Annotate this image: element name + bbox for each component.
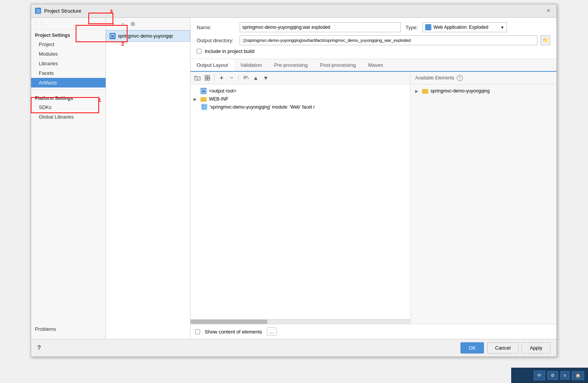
tabs-bar: Output Layout Validation Pre-processing … xyxy=(190,59,557,72)
dialog-footer: ? OK Cancel Apply xyxy=(31,339,557,357)
output-dir-input[interactable] xyxy=(240,35,537,45)
title-bar: ⬡ Project Structure × xyxy=(31,4,557,18)
remove-artifact-button[interactable]: − xyxy=(118,19,128,28)
available-expand-arrow[interactable]: ▶ xyxy=(415,89,420,93)
folder-browse-icon: 📁 xyxy=(543,38,548,43)
name-row: Name: Type: Web Application: Exploded xyxy=(197,22,550,32)
platform-settings-header: Platform Settings xyxy=(31,92,106,102)
left-panel: + − ▲ ▼ xyxy=(190,72,411,324)
dialog-title: Project Structure xyxy=(44,8,81,14)
available-item-springmvc[interactable]: ▶ springmvc-demo-yuyongqing xyxy=(411,87,557,95)
taskbar: 中 ⚙ ≡ 🏠 xyxy=(511,368,588,383)
project-structure-dialog: ⬡ Project Structure × ‹ › Project Settin… xyxy=(31,4,557,357)
svg-rect-7 xyxy=(208,76,210,78)
svg-rect-6 xyxy=(205,76,207,78)
webinf-expand-arrow[interactable]: ▶ xyxy=(194,97,198,101)
include-label: Include in project build xyxy=(205,48,254,54)
close-button[interactable]: × xyxy=(544,7,553,15)
panel-grid-btn[interactable] xyxy=(203,73,212,83)
panel-sort-btn[interactable] xyxy=(241,73,250,83)
output-dir-field-row: 📁 xyxy=(240,35,550,45)
sort-icon xyxy=(243,75,249,81)
output-dir-row: Output directory: 📁 xyxy=(197,35,550,45)
apply-button[interactable]: Apply xyxy=(522,342,550,353)
artifact-list: springmvc-demo-yuyongqc xyxy=(106,30,190,339)
back-arrow[interactable]: ‹ xyxy=(34,20,37,27)
nav-buttons: ‹ › xyxy=(31,18,106,30)
sidebar-item-facets[interactable]: Facets xyxy=(31,68,106,78)
dialog-body: ‹ › Project Settings Project Modules Lib… xyxy=(31,18,557,339)
taskbar-item-settings[interactable]: ⚙ xyxy=(547,371,558,380)
webinf-folder-icon xyxy=(200,97,207,102)
type-label: Type: xyxy=(406,25,418,30)
sidebar-item-global-libraries[interactable]: Global Libraries xyxy=(31,112,106,122)
type-dropdown[interactable]: Web Application: Exploded ▼ xyxy=(422,22,507,32)
svg-rect-2 xyxy=(427,27,429,28)
sidebar-item-artifacts[interactable]: Artifacts xyxy=(31,78,106,87)
include-row: Include in project build xyxy=(197,48,550,54)
available-elements-header: Available Elements ? xyxy=(411,72,557,84)
name-input[interactable] xyxy=(240,22,401,32)
scrollbar-thumb[interactable] xyxy=(190,320,267,324)
tree-item-module-facet[interactable]: 'springmvc-demo-yuyongqing' module: 'Web… xyxy=(190,103,410,111)
horizontal-scrollbar[interactable] xyxy=(190,319,410,324)
panel-toolbar: + − ▲ ▼ xyxy=(190,72,410,84)
help-question[interactable]: ? xyxy=(37,345,41,352)
webinf-label: WEB-INF xyxy=(209,96,229,102)
dropdown-arrow-icon: ▼ xyxy=(500,25,504,30)
module-facet-icon xyxy=(201,104,207,110)
add-artifact-button[interactable]: + xyxy=(108,19,118,28)
browse-folder-button[interactable]: 📁 xyxy=(540,35,550,45)
dialog-icon: ⬡ xyxy=(35,8,41,14)
tab-pre-processing[interactable]: Pre-processing xyxy=(268,59,314,72)
taskbar-item-menu[interactable]: ≡ xyxy=(560,371,570,380)
tab-maven[interactable]: Maven xyxy=(362,59,389,72)
show-content-checkbox[interactable] xyxy=(195,329,200,334)
tree-item-webinf[interactable]: ▶ WEB-INF xyxy=(190,95,410,103)
name-label: Name: xyxy=(197,25,235,30)
available-elements-label: Available Elements xyxy=(415,75,454,81)
create-directory-icon xyxy=(194,75,200,81)
tab-validation[interactable]: Validation xyxy=(234,59,268,72)
available-folder-icon xyxy=(422,89,428,94)
artifact-icon xyxy=(109,33,116,39)
svg-rect-0 xyxy=(111,35,114,38)
svg-rect-8 xyxy=(205,78,207,80)
forward-arrow[interactable]: › xyxy=(40,20,43,27)
sidebar-item-sdks[interactable]: SDKs xyxy=(31,102,106,112)
panel-folder-btn[interactable] xyxy=(193,73,202,83)
panel-add-btn[interactable]: + xyxy=(217,73,226,83)
artifact-name: springmvc-demo-yuyongqc xyxy=(118,33,173,39)
taskbar-item-home[interactable]: 🏠 xyxy=(572,371,584,380)
panel-down-btn[interactable]: ▼ xyxy=(261,73,270,83)
sidebar-item-libraries[interactable]: Libraries xyxy=(31,59,106,68)
artifact-item[interactable]: springmvc-demo-yuyongqc xyxy=(106,30,190,42)
sidebar-item-modules[interactable]: Modules xyxy=(31,49,106,59)
sidebar-item-problems[interactable]: Problems xyxy=(31,323,106,335)
available-item-label: springmvc-demo-yuyongqing xyxy=(431,88,490,94)
tab-post-processing[interactable]: Post-processing xyxy=(314,59,362,72)
type-icon xyxy=(425,24,431,30)
title-bar-left: ⬡ Project Structure xyxy=(35,8,81,14)
show-content-label: Show content of elements xyxy=(205,329,262,335)
main-content: Name: Type: Web Application: Exploded xyxy=(190,18,557,339)
dots-button[interactable]: ... xyxy=(267,327,277,336)
right-panel: Available Elements ? ▶ springmvc-demo-yu… xyxy=(411,72,557,324)
content-panels: + − ▲ ▼ xyxy=(190,72,557,324)
sidebar-item-project[interactable]: Project xyxy=(31,40,106,49)
panel-up-btn[interactable]: ▲ xyxy=(251,73,260,83)
module-facet-label: 'springmvc-demo-yuyongqing' module: 'Web… xyxy=(210,104,315,110)
tab-output-layout[interactable]: Output Layout xyxy=(190,59,234,72)
taskbar-item-lang[interactable]: 中 xyxy=(534,371,545,380)
tree-item-output-root[interactable]: <output root> xyxy=(190,87,410,95)
help-icon[interactable]: ? xyxy=(457,75,463,81)
sidebar: ‹ › Project Settings Project Modules Lib… xyxy=(31,18,106,339)
output-dir-label: Output directory: xyxy=(197,38,235,43)
copy-artifact-button[interactable]: ⧉ xyxy=(128,19,137,28)
available-tree: ▶ springmvc-demo-yuyongqing xyxy=(411,84,557,324)
include-checkbox[interactable] xyxy=(197,49,202,54)
ok-button[interactable]: OK xyxy=(460,342,484,353)
toolbar-separator-2 xyxy=(239,74,239,81)
panel-remove-btn[interactable]: − xyxy=(227,73,236,83)
cancel-button[interactable]: Cancel xyxy=(487,342,518,353)
